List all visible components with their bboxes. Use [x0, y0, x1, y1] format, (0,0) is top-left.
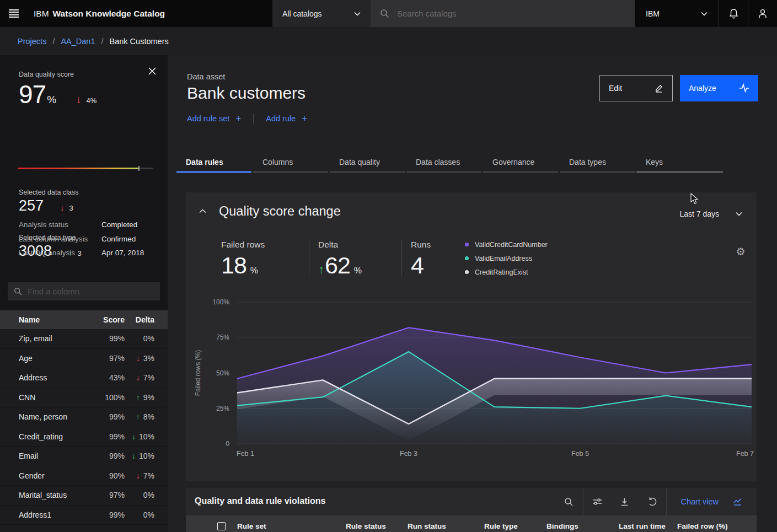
add-rule-set-button[interactable]: Add rule set+ — [187, 113, 241, 124]
catalogs-dropdown[interactable]: All catalogs — [272, 0, 371, 27]
chart-view-button[interactable]: Chart view — [667, 488, 757, 515]
row-score: 99% — [86, 334, 125, 343]
tab-data-classes[interactable]: Data classes — [406, 153, 481, 173]
svg-text:Failed rows (%): Failed rows (%) — [194, 350, 202, 396]
main-content: Data asset Bank customers Add rule set+ … — [168, 55, 777, 532]
column-search-box — [8, 282, 160, 300]
breadcrumb-item[interactable]: Projects — [18, 37, 46, 46]
row-name: Gender — [0, 471, 86, 480]
data-class-value: 257 — [19, 197, 44, 214]
tab-data-quality[interactable]: Data quality — [330, 153, 405, 173]
svg-text:Feb 3: Feb 3 — [400, 450, 417, 458]
columns-table-header: Name Score Delta — [0, 310, 168, 329]
table-row[interactable]: Age97%↓3% — [0, 349, 168, 369]
edit-button[interactable]: Edit — [599, 75, 673, 101]
violations-table-header: Rule setRule statusRun statusRule typeBi… — [186, 515, 757, 532]
tab-columns[interactable]: Columns — [253, 153, 328, 173]
find-column-input[interactable] — [28, 287, 154, 296]
arrow-down-icon: ↓ — [76, 94, 82, 106]
close-icon[interactable] — [148, 65, 160, 77]
header-search — [371, 0, 635, 27]
breadcrumb-item[interactable]: AA_Dan1 — [61, 37, 95, 46]
bell-icon — [728, 8, 739, 19]
row-score: 90% — [86, 471, 125, 480]
tab-governance[interactable]: Governance — [483, 153, 558, 173]
data-quality-sidebar: Data quality score 97 % ↓ 4% Selected da… — [0, 55, 168, 532]
quality-score-value: 97 — [19, 79, 46, 109]
row-score: 99% — [86, 412, 125, 421]
row-delta-value: 3% — [143, 354, 154, 363]
analyze-button[interactable]: Analyze — [680, 75, 758, 101]
row-delta: ↑8% — [125, 412, 168, 421]
table-row[interactable]: Email99%↓10% — [0, 447, 168, 466]
row-delta: ↓7% — [125, 373, 168, 382]
analysis-meta-list: Analysis statusCompletedLast column anal… — [19, 221, 157, 263]
account-dropdown[interactable]: IBM — [635, 0, 719, 27]
tab-keys[interactable]: Keys — [636, 153, 723, 173]
svg-text:50%: 50% — [216, 369, 229, 377]
brand-name: Watson Knowledge Catalog — [53, 9, 165, 18]
top-header: IBMWatson Knowledge Catalog All catalogs… — [0, 0, 777, 27]
violations-col-header: Rule status — [346, 522, 386, 530]
add-rule-button[interactable]: Add rule+ — [266, 113, 307, 124]
meta-label: Last DQ analysis — [19, 249, 101, 263]
activity-icon — [739, 83, 749, 93]
add-rule-label: Add rule — [266, 114, 296, 123]
reset-refresh-icon[interactable] — [639, 488, 666, 515]
table-row[interactable]: Gender90%↓7% — [0, 466, 168, 486]
chevron-down-icon — [701, 12, 708, 16]
row-delta: 0% — [125, 510, 168, 519]
row-score: 99% — [86, 452, 125, 460]
table-row[interactable]: Name, person99%↑8% — [0, 407, 168, 427]
table-row[interactable]: Address43%↓7% — [0, 368, 168, 388]
select-all-checkbox[interactable] — [217, 522, 226, 530]
quality-score-unit: % — [47, 94, 56, 106]
gradient-fill — [18, 168, 140, 169]
tab-data-rules[interactable]: Data rules — [176, 153, 251, 173]
row-delta: ↑9% — [125, 393, 168, 402]
row-delta: ↓3% — [125, 354, 168, 363]
add-rule-set-label: Add rule set — [187, 114, 229, 123]
row-name: Zip, email — [0, 334, 86, 343]
row-delta: ↓7% — [125, 471, 168, 480]
svg-text:Feb 7: Feb 7 — [736, 450, 754, 458]
user-profile-button[interactable] — [748, 0, 777, 27]
table-row[interactable]: CNN100%↑9% — [0, 388, 168, 408]
row-delta: ↑ — [125, 530, 168, 532]
catalogs-dropdown-label: All catalogs — [282, 9, 322, 18]
svg-text:Feb 1: Feb 1 — [237, 450, 254, 458]
quality-line-chart: 100%75%50%25%0Failed rows (%)Feb 1Feb 3F… — [186, 192, 757, 481]
arrow-up-icon: ↑ — [147, 530, 151, 532]
arrow-down-icon: ↓ — [132, 432, 136, 441]
quality-score-label: Data quality score — [19, 71, 74, 78]
filter-sliders-icon[interactable] — [583, 488, 611, 515]
account-dropdown-label: IBM — [646, 9, 660, 18]
table-row[interactable]: Address199%0% — [0, 506, 168, 525]
violations-col-header: Rule set — [237, 522, 266, 530]
tab-data-types[interactable]: Data types — [560, 153, 635, 173]
meta-value: Apr 07, 2018 — [101, 249, 144, 263]
search-icon — [14, 287, 22, 295]
meta-row: Last DQ analysisApr 07, 2018 — [19, 249, 157, 263]
user-icon — [758, 8, 768, 19]
table-row[interactable]: Zip, email99%0% — [0, 329, 168, 349]
arrow-down-icon: ↓ — [136, 354, 140, 363]
table-row[interactable]: ↑ — [0, 525, 168, 532]
notifications-button[interactable] — [719, 0, 748, 27]
row-name: Address1 — [0, 510, 86, 519]
row-name: Name, person — [0, 412, 86, 421]
data-class-value-row: 257 ↓ 3 — [19, 197, 73, 214]
table-row[interactable]: Marital_status97%0% — [0, 486, 168, 506]
download-icon[interactable] — [611, 488, 639, 515]
row-delta-value: 7% — [143, 471, 154, 480]
row-delta: ↓10% — [125, 432, 168, 441]
search-catalogs-input[interactable] — [397, 9, 625, 18]
menu-icon[interactable] — [0, 0, 27, 27]
row-score: 100% — [86, 393, 125, 402]
svg-text:25%: 25% — [216, 405, 229, 412]
search-icon[interactable] — [555, 488, 583, 515]
app-title: IBMWatson Knowledge Catalog — [34, 9, 165, 19]
meta-value: Confirmed — [101, 235, 136, 249]
col-header-score: Score — [86, 315, 125, 324]
table-row[interactable]: Credit_rating99%↓10% — [0, 427, 168, 447]
